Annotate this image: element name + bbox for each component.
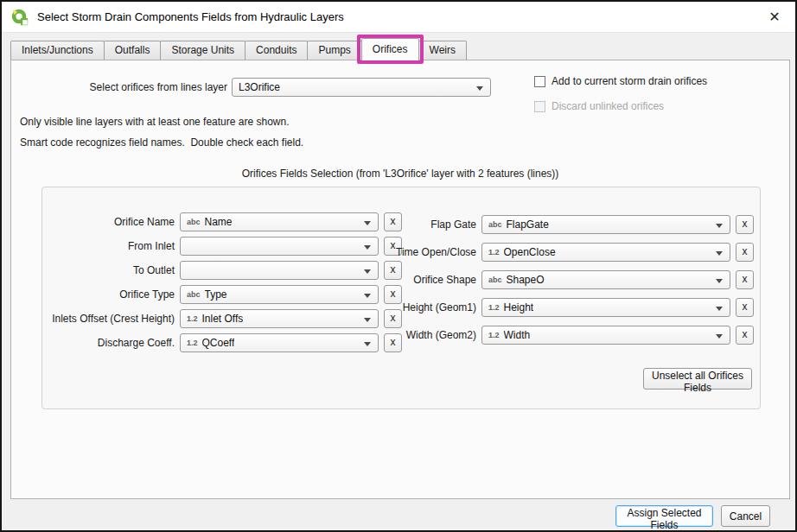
checkbox-box[interactable] — [534, 76, 545, 87]
field-row: To Outlet x — [49, 261, 402, 280]
field-combobox-value: Inlet Offs — [202, 313, 244, 325]
chevron-down-icon — [716, 251, 723, 256]
tab-label: Pumps — [318, 44, 350, 56]
field-combobox[interactable]: abc ShapeO — [481, 270, 730, 289]
field-combobox[interactable]: 1.2 Height — [481, 298, 730, 317]
field-label: From Inlet — [49, 240, 175, 252]
field-combobox-value: Width — [504, 329, 531, 341]
field-row: Inlets Offset (Crest Height) 1.2 Inlet O… — [49, 309, 402, 328]
tab-label: Conduits — [256, 44, 296, 56]
field-row: Discharge Coeff. 1.2 QCoeff x — [49, 333, 402, 352]
checkbox-label: Add to current storm drain orifices — [552, 75, 707, 87]
field-combobox-value: Height — [504, 301, 534, 314]
field-combobox-value: Name — [205, 216, 233, 228]
field-row: Time Open/Close 1.2 OpenClose x — [390, 243, 754, 262]
field-row: Flap Gate abc FlapGate x — [390, 215, 754, 234]
field-type-badge: 1.2 — [488, 248, 500, 256]
field-label: To Outlet — [49, 264, 175, 276]
field-label: Time Open/Close — [390, 246, 476, 258]
clear-field-button[interactable]: x — [736, 326, 754, 345]
layer-combobox[interactable]: L3Orifice — [232, 78, 491, 97]
field-combobox-value: QCoeff — [202, 337, 235, 349]
field-combobox[interactable]: abc Type — [180, 285, 379, 304]
layer-selector-label: Select orifices from lines layer — [11, 78, 227, 97]
tab-label: Outfalls — [115, 44, 150, 56]
field-combobox[interactable]: 1.2 Width — [481, 326, 730, 345]
note-smart-code: Smart code recognizes field names. Doubl… — [20, 136, 303, 149]
field-combobox[interactable]: 1.2 Inlet Offs — [180, 309, 379, 328]
field-combobox-value: OpenClose — [504, 246, 556, 258]
field-row: From Inlet x — [49, 237, 402, 256]
tab-inlets-junctions[interactable]: Inlets/Junctions — [10, 41, 105, 60]
tab-outfalls[interactable]: Outfalls — [104, 41, 162, 60]
field-type-badge: abc — [488, 220, 502, 229]
chevron-down-icon — [364, 269, 371, 274]
field-label: Inlets Offset (Crest Height) — [49, 313, 175, 325]
chevron-down-icon — [364, 245, 371, 250]
qgis-logo-icon — [10, 8, 29, 27]
layer-selector-row: Select orifices from lines layer L3Orifi… — [11, 78, 491, 97]
checkbox: Discard unlinked orifices — [534, 100, 664, 112]
unselect-all-button[interactable]: Unselect all Orifices Fields — [643, 368, 752, 390]
field-label: Height (Geom1) — [390, 301, 476, 314]
tab-orifices[interactable]: Orifices — [361, 38, 419, 60]
window-title: Select Storm Drain Components Fields fro… — [37, 10, 344, 23]
clear-field-button[interactable]: x — [736, 215, 754, 234]
field-combobox[interactable]: abc FlapGate — [481, 215, 730, 234]
tab-pumps[interactable]: Pumps — [307, 41, 361, 60]
checkbox-box[interactable] — [534, 101, 545, 112]
field-row: Width (Geom2) 1.2 Width x — [390, 326, 754, 345]
chevron-down-icon — [716, 307, 723, 311]
dialog-body: Inlets/Junctions Outfalls Storage Units … — [2, 34, 795, 530]
tab-storage-units[interactable]: Storage Units — [160, 41, 245, 60]
dialog-window: Select Storm Drain Components Fields fro… — [0, 0, 797, 532]
field-label: Orifice Name — [49, 216, 175, 228]
field-type-badge: abc — [187, 290, 201, 299]
field-combobox[interactable]: abc Name — [180, 212, 379, 231]
field-combobox-value: ShapeO — [507, 274, 545, 286]
field-row: Height (Geom1) 1.2 Height x — [390, 298, 754, 317]
title-bar: Select Storm Drain Components Fields fro… — [2, 2, 795, 33]
field-combobox[interactable] — [180, 237, 379, 256]
chevron-down-icon — [716, 334, 723, 339]
layer-combobox-value: L3Orifice — [239, 81, 280, 93]
field-label: Flap Gate — [390, 218, 476, 231]
field-combobox[interactable] — [180, 261, 379, 280]
field-type-badge: abc — [187, 218, 201, 226]
field-type-badge: 1.2 — [488, 331, 500, 339]
field-label: Orifice Type — [49, 288, 175, 301]
cancel-button[interactable]: Cancel — [721, 505, 770, 527]
field-combobox-value: Type — [205, 288, 227, 301]
field-combobox-value: FlapGate — [507, 218, 549, 231]
checkbox[interactable]: Add to current storm drain orifices — [534, 75, 707, 87]
field-row: Orifice Type abc Type x — [49, 285, 402, 304]
clear-field-button[interactable]: x — [736, 298, 754, 317]
field-label: Width (Geom2) — [390, 329, 476, 341]
field-type-badge: abc — [488, 276, 502, 284]
field-combobox[interactable]: 1.2 OpenClose — [481, 243, 730, 262]
left-fields-column: Orifice Name abc Name x From Inlet x To … — [49, 212, 402, 358]
close-icon[interactable]: ✕ — [762, 5, 787, 29]
chevron-down-icon — [364, 221, 371, 225]
assign-selected-fields-button[interactable]: Assign Selected Fields — [615, 505, 713, 527]
chevron-down-icon — [476, 86, 483, 91]
tab-conduits[interactable]: Conduits — [245, 41, 308, 60]
checkbox-label: Discard unlinked orifices — [552, 100, 664, 112]
field-row: Orifice Name abc Name x — [49, 212, 402, 231]
right-fields-column: Flap Gate abc FlapGate x Time Open/Close… — [390, 215, 754, 353]
field-row: Orifice Shape abc ShapeO x — [390, 270, 754, 289]
chevron-down-icon — [716, 224, 723, 228]
field-type-badge: 1.2 — [187, 314, 198, 323]
field-combobox[interactable]: 1.2 QCoeff — [180, 333, 379, 352]
field-label: Orifice Shape — [390, 274, 476, 286]
chevron-down-icon — [364, 318, 371, 322]
tab-label: Orifices — [373, 43, 408, 55]
tab-bar: Inlets/Junctions Outfalls Storage Units … — [10, 40, 466, 60]
clear-field-button[interactable]: x — [736, 243, 754, 262]
orifices-tab-pane: Select orifices from lines layer L3Orifi… — [10, 60, 790, 499]
tab-weirs[interactable]: Weirs — [418, 41, 467, 60]
note-visible-layers: Only visible line layers with at least o… — [20, 116, 290, 128]
fields-group-title: Orifices Fields Selection (from 'L3Orifi… — [11, 168, 789, 180]
clear-field-button[interactable]: x — [736, 270, 754, 289]
tab-label: Storage Units — [171, 44, 234, 56]
